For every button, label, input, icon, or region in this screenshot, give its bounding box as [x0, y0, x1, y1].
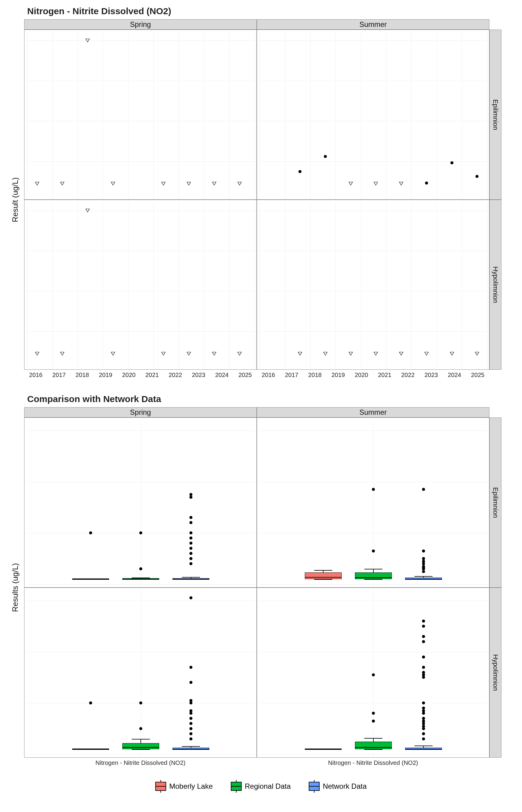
legend: Moberly LakeRegional DataNetwork Data: [6, 782, 516, 793]
censored-point-icon: [187, 182, 191, 185]
boxplot-network-data: [405, 577, 442, 580]
x-axis-ticks: 2016201720182019202020212022202320242025: [257, 370, 489, 382]
col-strip-spring: Spring: [24, 19, 257, 29]
outlier-point: [189, 709, 193, 712]
panel-spring-hypolimnion: 3020100: [24, 588, 257, 758]
censored-point-icon: [60, 352, 64, 356]
panel-spring-epilimnion: 10.07.55.02.5: [24, 29, 257, 200]
censored-point-icon: [348, 352, 353, 356]
y-axis-label: Result (ug/L): [11, 177, 20, 222]
outlier-point: [422, 488, 425, 491]
legend-label: Moberly Lake: [169, 782, 213, 791]
row-strip-hypolimnion: Hypolimnion: [489, 200, 501, 370]
outlier-point: [189, 666, 193, 669]
outlier-point: [89, 702, 92, 705]
censored-point-icon: [187, 352, 191, 356]
outlier-point: [422, 620, 425, 623]
outlier-point: [422, 666, 425, 669]
censored-point-icon: [450, 352, 454, 356]
censored-point-icon: [161, 182, 165, 185]
panel-spring-hypolimnion: 10.07.55.02.5: [24, 200, 257, 370]
censored-point-icon: [161, 352, 165, 356]
censored-point-icon: [237, 352, 242, 356]
censored-point-icon: [35, 182, 39, 185]
data-point: [299, 170, 301, 173]
outlier-point: [189, 536, 193, 540]
col-strip-summer: Summer: [257, 407, 489, 418]
data-point: [425, 182, 428, 185]
outlier-point: [372, 719, 375, 723]
censored-point-icon: [35, 352, 39, 356]
outlier-point: [139, 727, 142, 730]
censored-point-icon: [212, 182, 216, 185]
outlier-point: [189, 531, 193, 534]
data-point: [324, 155, 327, 158]
facet-grid-bottom: Spring Summer Results (ug/L) 3020100 Epi…: [6, 407, 501, 770]
outlier-point: [372, 549, 375, 552]
censored-point-icon: [237, 182, 242, 185]
boxplot-regional-data: [355, 572, 392, 579]
boxplot-regional-data: [122, 578, 159, 580]
outlier-point: [422, 717, 425, 720]
censored-point-icon: [424, 352, 429, 356]
panel-summer-epilimnion: [257, 418, 489, 588]
panel-summer-hypolimnion: [257, 588, 489, 758]
boxplot-moberly-lake: [72, 749, 109, 750]
outlier-point: [189, 717, 193, 720]
outlier-point: [189, 557, 193, 560]
outlier-point: [189, 516, 193, 519]
x-axis-ticks: 2016201720182019202020212022202320242025: [24, 370, 257, 382]
outlier-point: [89, 531, 92, 534]
censored-point-icon: [475, 352, 479, 356]
outlier-point: [422, 737, 425, 740]
data-point: [450, 161, 454, 164]
censored-point-icon: [111, 352, 115, 356]
outlier-point: [422, 702, 425, 705]
outlier-point: [139, 702, 142, 705]
boxplot-moberly-lake: [305, 749, 342, 750]
boxplot-moberly-lake: [305, 572, 342, 579]
outlier-point: [189, 493, 193, 496]
row-strip-epilimnion: Epilimnion: [489, 29, 501, 200]
censored-point-icon: [399, 182, 403, 185]
outlier-point: [422, 625, 425, 628]
outlier-point: [189, 542, 193, 545]
legend-item: Moberly Lake: [155, 782, 213, 791]
censored-point-icon: [323, 352, 327, 356]
legend-item: Network Data: [309, 782, 366, 791]
outlier-point: [189, 722, 193, 725]
censored-point-icon: [298, 352, 302, 356]
censored-point-icon: [374, 352, 378, 356]
outlier-point: [189, 521, 193, 524]
outlier-point: [189, 562, 193, 565]
outlier-point: [139, 531, 142, 534]
row-strip-hypolimnion: Hypolimnion: [489, 588, 501, 758]
censored-point-icon: [111, 182, 115, 185]
boxplot-network-data: [173, 578, 209, 580]
outlier-point: [189, 552, 193, 555]
outlier-point: [422, 732, 425, 735]
data-point: [476, 175, 479, 178]
legend-label: Regional Data: [245, 782, 290, 791]
col-strip-summer: Summer: [257, 19, 489, 29]
censored-point-icon: [85, 39, 90, 42]
row-strip-epilimnion: Epilimnion: [489, 418, 501, 588]
outlier-point: [422, 673, 425, 676]
outlier-point: [372, 488, 375, 491]
x-axis-category: Nitrogen - Nitrite Dissolved (NO2): [257, 758, 489, 770]
outlier-point: [422, 549, 425, 552]
boxplot-regional-data: [122, 743, 159, 749]
outlier-point: [189, 596, 193, 599]
legend-label: Network Data: [323, 782, 366, 791]
legend-item: Regional Data: [231, 782, 290, 791]
outlier-point: [372, 712, 375, 715]
censored-point-icon: [60, 182, 64, 185]
boxplot-network-data: [405, 748, 442, 750]
y-axis-label: Results (ug/L): [11, 563, 20, 612]
panel-summer-epilimnion: [257, 29, 489, 200]
boxplot-regional-data: [355, 742, 392, 749]
outlier-point: [189, 699, 193, 702]
outlier-point: [422, 557, 425, 560]
censored-point-icon: [348, 182, 353, 185]
x-axis-category: Nitrogen - Nitrite Dissolved (NO2): [24, 758, 257, 770]
